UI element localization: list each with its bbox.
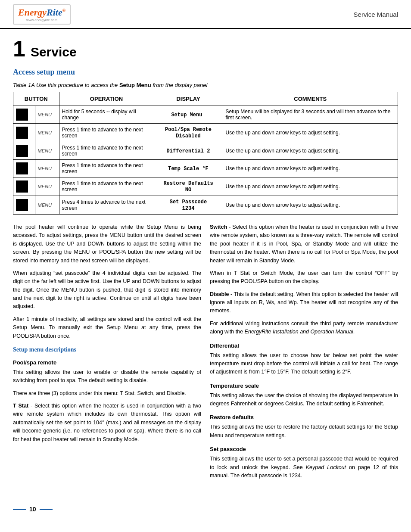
display-cell: Setup Menu_ bbox=[154, 106, 223, 124]
logo: EnergyRite® www.energyrite.com bbox=[13, 4, 71, 25]
menu-label-cell: MENU bbox=[35, 124, 59, 142]
button-cell bbox=[13, 177, 35, 196]
menu-label: MENU bbox=[38, 130, 52, 135]
header-title: Service Manual bbox=[354, 11, 398, 18]
restore-heading: Restore defaults bbox=[210, 414, 398, 420]
passcode-heading: Set passcode bbox=[210, 446, 398, 452]
differential-heading: Differential bbox=[210, 342, 398, 349]
display-value: 1234 bbox=[182, 205, 195, 212]
menu-button-icon bbox=[16, 145, 28, 157]
button-cell bbox=[13, 160, 35, 177]
left-para-1: The pool heater will continue to operate… bbox=[13, 223, 201, 265]
display-value: Disabled bbox=[176, 133, 201, 139]
menu-label: MENU bbox=[38, 202, 52, 208]
display-value: Setup Menu_ bbox=[171, 112, 205, 118]
table-row: MENUPress 1 time to advance to the next … bbox=[13, 177, 398, 196]
table-caption-bold: Setup Menu bbox=[119, 82, 151, 88]
display-value: Pool/Spa Remote bbox=[165, 127, 212, 133]
comments-cell: Use the up and down arrow keys to adjust… bbox=[223, 160, 398, 177]
pool-spa-para-1: This setting allows the user to enable o… bbox=[13, 368, 201, 385]
operation-cell: Hold for 5 seconds -- display will chang… bbox=[59, 106, 154, 124]
th-display: DISPLAY bbox=[154, 92, 223, 106]
menu-button-icon bbox=[16, 180, 28, 193]
th-operation: OPERATION bbox=[59, 92, 154, 106]
menu-label: MENU bbox=[38, 166, 52, 171]
operation-cell: Press 4 times to advance to the next scr… bbox=[59, 196, 154, 215]
operation-cell: Press 1 time to advance to the next scre… bbox=[59, 177, 154, 196]
two-col-layout: The pool heater will continue to operate… bbox=[13, 223, 398, 484]
menu-label-cell: MENU bbox=[35, 142, 59, 160]
header: EnergyRite® www.energyrite.com Service M… bbox=[0, 0, 411, 29]
table-caption-text: Use this procedure to access the bbox=[34, 82, 119, 88]
setup-table: BUTTON OPERATION DISPLAY COMMENTS MENUHo… bbox=[13, 92, 398, 215]
logo-text: EnergyRite® bbox=[18, 7, 65, 18]
right-disable-para: Disable - This is the default setting. W… bbox=[210, 290, 398, 315]
menu-label: MENU bbox=[38, 184, 52, 189]
th-button: BUTTON bbox=[13, 92, 59, 106]
pool-spa-para-2: There are three (3) options under this m… bbox=[13, 389, 201, 398]
display-value: Temp Scale °F bbox=[168, 166, 209, 172]
section-heading: Access setup menu bbox=[13, 68, 398, 77]
operation-cell: Press 1 time to advance to the next scre… bbox=[59, 160, 154, 177]
display-value: NO bbox=[185, 187, 191, 193]
content: 1 Service Access setup menu Table 1A Use… bbox=[0, 29, 411, 501]
menu-button-icon bbox=[16, 109, 28, 121]
menu-label-cell: MENU bbox=[35, 106, 59, 124]
table-row: MENUPress 1 time to advance to the next … bbox=[13, 160, 398, 177]
table-caption: Table 1A Use this procedure to access th… bbox=[13, 82, 398, 88]
display-value: Set Passcode bbox=[170, 199, 207, 205]
operation-cell: Press 1 time to advance to the next scre… bbox=[59, 124, 154, 142]
logo-container: EnergyRite® www.energyrite.com bbox=[13, 4, 71, 25]
button-cell bbox=[13, 196, 35, 215]
menu-button-icon bbox=[16, 199, 28, 211]
pool-spa-para-3: T Stat - Select this option when the hea… bbox=[13, 402, 201, 444]
comments-cell: Setup Menu will be displayed for 3 secon… bbox=[223, 106, 398, 124]
differential-text: This setting allows the user to choose h… bbox=[210, 352, 398, 376]
left-column: The pool heater will continue to operate… bbox=[13, 223, 201, 484]
comments-cell: Use the up and down arrow keys to adjust… bbox=[223, 177, 398, 196]
pool-spa-remote-heading: Pool/spa remote bbox=[13, 359, 201, 366]
button-cell bbox=[13, 124, 35, 142]
display-value: Differential 2 bbox=[167, 148, 210, 154]
right-switch-para2: When in T Stat or Switch Mode, the user … bbox=[210, 269, 398, 286]
footer: 10 bbox=[0, 501, 411, 517]
logo-tagline: www.energyrite.com bbox=[18, 18, 65, 22]
comments-cell: Use the up and down arrow keys to adjust… bbox=[223, 124, 398, 142]
operation-cell: Press 1 time to advance to the next scre… bbox=[59, 142, 154, 160]
menu-label-cell: MENU bbox=[35, 177, 59, 196]
comments-cell: Use the up and down arrow keys to adjust… bbox=[223, 142, 398, 160]
right-extra-para: For additional wiring instructions consu… bbox=[210, 320, 398, 336]
setup-desc-heading: Setup menu descriptions bbox=[13, 346, 201, 353]
chapter-heading: 1 Service bbox=[13, 37, 398, 60]
display-cell: Temp Scale °F bbox=[154, 160, 223, 177]
temp-scale-heading: Temperature scale bbox=[210, 383, 398, 389]
left-para-3: After 1 minute of inactivity, all settin… bbox=[13, 315, 201, 340]
menu-button-icon bbox=[16, 162, 28, 174]
page: EnergyRite® www.energyrite.com Service M… bbox=[0, 0, 411, 532]
display-value: Restore Defaults bbox=[163, 180, 213, 187]
menu-label: MENU bbox=[38, 112, 52, 117]
table-row: MENUPress 1 time to advance to the next … bbox=[13, 124, 398, 142]
table-row: MENUPress 1 time to advance to the next … bbox=[13, 142, 398, 160]
display-cell: Set Passcode1234 bbox=[154, 196, 223, 215]
footer-line-right bbox=[40, 509, 53, 510]
temp-scale-text: This setting allows the user the choice … bbox=[210, 392, 398, 408]
table-caption-suffix: from the display panel bbox=[151, 82, 208, 88]
chapter-title: Service bbox=[31, 45, 77, 59]
menu-label-cell: MENU bbox=[35, 160, 59, 177]
menu-label-cell: MENU bbox=[35, 196, 59, 215]
display-cell: Differential 2 bbox=[154, 142, 223, 160]
restore-text: This setting allows the user to restore … bbox=[210, 423, 398, 440]
chapter-number: 1 bbox=[13, 37, 25, 60]
passcode-text: This setting allows the user to set a pe… bbox=[210, 455, 398, 480]
footer-page-number: 10 bbox=[29, 506, 36, 513]
menu-button-icon bbox=[16, 127, 28, 139]
button-cell bbox=[13, 106, 35, 124]
comments-cell: Use the up and down arrow keys to adjust… bbox=[223, 196, 398, 215]
right-switch-para: Switch - Select this option when the hea… bbox=[210, 223, 398, 265]
button-cell bbox=[13, 142, 35, 160]
th-comments: COMMENTS bbox=[223, 92, 398, 106]
menu-label: MENU bbox=[38, 148, 52, 153]
table-row: MENUHold for 5 seconds -- display will c… bbox=[13, 106, 398, 124]
left-para-2: When adjusting “set passcode” the 4 indi… bbox=[13, 269, 201, 311]
